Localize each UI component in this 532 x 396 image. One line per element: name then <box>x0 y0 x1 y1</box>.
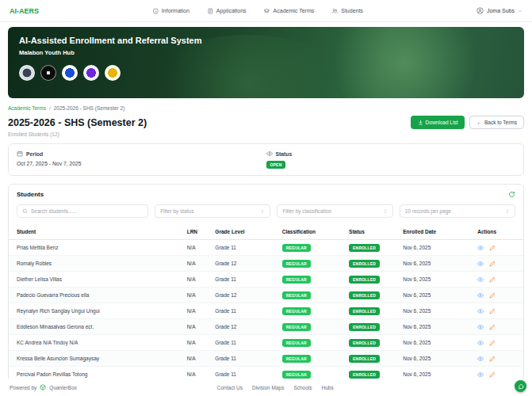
classification-badge: REGULAR <box>282 371 311 379</box>
hero-banner: AI-Assisted Enrollment and Referral Syst… <box>8 27 524 98</box>
student-name-cell: Diether Lelisa Villas <box>9 272 184 287</box>
user-menu[interactable]: Joma Subs <box>477 7 522 14</box>
view-student-icon[interactable] <box>477 292 484 299</box>
top-navbar: AI-AERS Information Applications Academi… <box>0 0 532 22</box>
term-info-card: Period Oct 27, 2025 - Nov 7, 2025 Status… <box>8 143 524 176</box>
status-cell: ENROLLED <box>346 335 400 351</box>
search-box <box>17 204 148 218</box>
edit-student-icon[interactable] <box>489 261 496 267</box>
footer-link-division-maps[interactable]: Division Maps <box>252 385 284 390</box>
lrn-cell: N/A <box>184 335 212 351</box>
edit-student-icon[interactable] <box>489 292 496 299</box>
status-badge: ENROLLED <box>349 355 380 363</box>
hero-title: AI-Assisted Enrollment and Referral Syst… <box>19 36 513 45</box>
classification-badge: REGULAR <box>282 276 311 284</box>
powered-by-label: Powered by <box>10 385 36 390</box>
page-size-select[interactable]: 10 records per page <box>400 204 515 218</box>
grade-level-cell: Grade 12 <box>212 287 278 303</box>
brand-logo[interactable]: AI-AERS <box>10 7 39 15</box>
user-icon <box>477 7 484 14</box>
period-value: Oct 27, 2025 - Nov 7, 2025 <box>17 161 266 166</box>
col-grade-level: Grade Level <box>212 224 278 240</box>
breadcrumb-parent-link[interactable]: Academic Terms <box>8 105 46 111</box>
nav-item-applications[interactable]: Applications <box>207 8 247 14</box>
select-chevrons-icon <box>383 209 388 214</box>
partner-logo <box>62 65 78 81</box>
status-filter-value: Filter by status <box>160 208 193 214</box>
nav-item-students[interactable]: Students <box>331 8 363 14</box>
lrn-cell: N/A <box>184 351 212 367</box>
edit-student-icon[interactable] <box>489 324 496 330</box>
edit-student-icon[interactable] <box>489 308 496 314</box>
partner-logos <box>19 65 513 81</box>
search-input[interactable] <box>31 208 143 214</box>
classification-cell: REGULAR <box>279 256 346 272</box>
actions-cell <box>474 256 523 272</box>
footer-link-hubs[interactable]: Hubs <box>322 385 334 390</box>
classification-cell: REGULAR <box>279 319 346 335</box>
info-icon <box>152 8 159 14</box>
classification-cell: REGULAR <box>279 287 346 303</box>
page-actions: Download List ← Back to Terms <box>411 116 524 129</box>
status-section: Status OPEN <box>266 150 516 169</box>
quanterbox-icon <box>40 384 46 390</box>
view-student-icon[interactable] <box>477 245 484 251</box>
grade-level-cell: Grade 11 <box>212 351 278 367</box>
classification-cell: REGULAR <box>279 272 346 287</box>
download-list-label: Download List <box>426 120 458 125</box>
nav-item-academic-terms[interactable]: Academic Terms <box>264 8 315 14</box>
classification-filter-value: Filter by classification <box>282 208 331 214</box>
status-badge: ENROLLED <box>349 371 380 379</box>
enrolled-date-cell: Nov 6, 2025 <box>400 303 474 319</box>
download-icon <box>418 120 423 125</box>
view-student-icon[interactable] <box>477 340 484 346</box>
table-row: Kressa Belle Asuncion Sumagaysay N/A Gra… <box>9 351 523 367</box>
table-row: KC Andrea N/A Tindoy N/A N/A Grade 11 RE… <box>9 335 523 351</box>
actions-cell <box>474 319 523 335</box>
table-row: Reynalyn Rich Sanglay Ungui Ungui N/A Gr… <box>9 303 523 319</box>
view-student-icon[interactable] <box>477 371 484 378</box>
footer-link-schools[interactable]: Schools <box>293 385 312 390</box>
col-classification: Classification <box>279 224 346 240</box>
chat-icon <box>518 383 524 390</box>
nav-item-information[interactable]: Information <box>152 8 189 14</box>
classification-filter-select[interactable]: Filter by classification <box>277 204 392 218</box>
view-student-icon[interactable] <box>477 276 484 283</box>
edit-student-icon[interactable] <box>489 356 496 362</box>
status-badge: ENROLLED <box>349 276 380 284</box>
main-content: Academic Terms / 2025-2026 - SHS (Semest… <box>0 105 532 396</box>
breadcrumb-current: 2025-2026 - SHS (Semester 2) <box>54 105 125 111</box>
status-cell: ENROLLED <box>346 272 400 287</box>
student-name-cell: Kressa Belle Asuncion Sumagaysay <box>9 351 184 367</box>
actions-cell <box>474 272 523 287</box>
status-badge: ENROLLED <box>349 291 380 299</box>
col-status: Status <box>346 224 400 240</box>
edit-student-icon[interactable] <box>489 276 496 283</box>
view-student-icon[interactable] <box>477 324 484 330</box>
main-nav: Information Applications Academic Terms … <box>152 8 363 14</box>
edit-student-icon[interactable] <box>489 245 496 251</box>
footer-link-contact-us[interactable]: Contact Us <box>217 385 243 390</box>
edit-student-icon[interactable] <box>489 340 496 346</box>
chat-support-button[interactable] <box>515 380 526 392</box>
edit-student-icon[interactable] <box>489 371 496 378</box>
page-title: 2025-2026 - SHS (Semester 2) <box>8 117 147 128</box>
download-list-button[interactable]: Download List <box>411 116 465 129</box>
status-label: Status <box>276 151 293 157</box>
enrolled-date-cell: Nov 6, 2025 <box>400 351 474 367</box>
view-student-icon[interactable] <box>477 356 484 362</box>
status-filter-select[interactable]: Filter by status <box>155 204 270 218</box>
status-eye-icon <box>266 150 273 157</box>
classification-badge: REGULAR <box>282 291 311 299</box>
page-header: 2025-2026 - SHS (Semester 2) Download Li… <box>8 116 524 129</box>
nav-label: Applications <box>216 8 247 13</box>
view-student-icon[interactable] <box>477 261 484 267</box>
partner-logo <box>83 65 99 81</box>
grade-level-cell: Grade 12 <box>212 319 278 335</box>
classification-cell: REGULAR <box>279 351 346 367</box>
view-student-icon[interactable] <box>477 308 484 314</box>
nav-label: Academic Terms <box>274 8 315 13</box>
refresh-icon[interactable] <box>508 191 515 198</box>
status-cell: ENROLLED <box>346 319 400 335</box>
back-to-terms-button[interactable]: ← Back to Terms <box>469 116 524 129</box>
